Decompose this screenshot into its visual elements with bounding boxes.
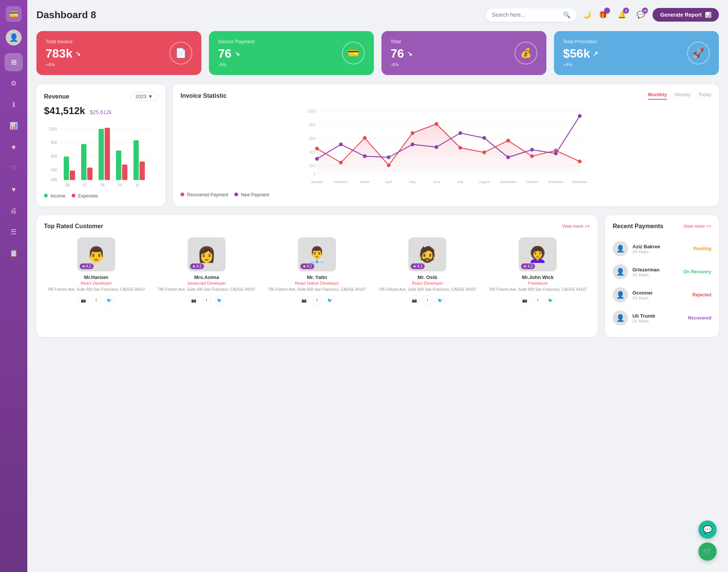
svg-text:July: July (457, 180, 464, 184)
svg-text:April: April (385, 180, 392, 184)
customer-socials-3: 📷 f 🐦 (410, 295, 445, 305)
sidebar-item-star[interactable]: ★ (5, 138, 23, 156)
search-bar[interactable]: 🔍 (486, 8, 577, 22)
revenue-main-amount: $41,512k (44, 105, 85, 116)
invoice-line-chart: 1000 800 600 400 200 0 (180, 103, 711, 188)
bar-chart-legend: Income Expenses (44, 193, 158, 199)
rating-badge-1: ★ 4.2 (190, 263, 204, 269)
recovered-dot-1 (339, 161, 343, 165)
fab-support[interactable]: 💬 (698, 520, 717, 539)
svg-text:May: May (409, 180, 416, 184)
chat-icon-btn[interactable]: 💬 12 (634, 8, 648, 22)
tab-weekly[interactable]: Weekly (675, 92, 690, 100)
instagram-icon-3[interactable]: 📷 (410, 295, 419, 305)
recovered-legend: Recovered Payment (180, 192, 228, 197)
new-payment-dot-11 (578, 114, 582, 118)
new-payment-dot-1 (339, 143, 343, 146)
customer-photo-1: 👩 ★ 4.2 (188, 237, 226, 271)
customer-addr-4: 795 Folsom Ave, Suite 600 San Francisco,… (489, 287, 587, 292)
expenses-legend-dot (72, 194, 75, 197)
instagram-icon-0[interactable]: 📷 (78, 295, 88, 305)
customer-card-2: 👨‍💼 ★ 4.2 Mr. Yatin React Native Develop… (265, 237, 369, 305)
tab-monthly[interactable]: Monthly (648, 92, 667, 100)
payment-avatar-2: 👤 (613, 287, 628, 302)
expenses-legend-label: Expenses (78, 193, 98, 199)
stat-card-trend-3: +4% (563, 62, 687, 67)
payments-view-more[interactable]: View more >> (683, 224, 711, 229)
svg-text:December: December (572, 180, 588, 184)
svg-rect-12 (81, 144, 86, 180)
sidebar-item-heart-filled[interactable]: ♥ (5, 180, 23, 199)
customer-card-4: 👩‍🦱 ★ 4.2 Mr.John Wick Freelancer 795 Fo… (486, 237, 590, 305)
twitter-icon-1[interactable]: 🐦 (215, 295, 224, 305)
facebook-icon-3[interactable]: f (422, 295, 432, 305)
twitter-icon-0[interactable]: 🐦 (104, 295, 114, 305)
customers-title: Top Rated Customer (44, 223, 103, 230)
customer-socials-4: 📷 f 🐦 (520, 295, 555, 305)
search-input[interactable] (492, 12, 560, 18)
bell-icon-btn[interactable]: 🔔 2 (615, 8, 629, 22)
svg-rect-16 (116, 150, 121, 180)
moon-icon[interactable]: 🌙 (583, 11, 591, 19)
stat-card-left-3: Total Promotion $56k ↗ +4% (563, 39, 687, 67)
recovered-dot-4 (411, 131, 414, 135)
new-payment-legend-dot (234, 193, 238, 196)
customer-name-1: Mrs.Asima (194, 274, 219, 280)
generate-report-button[interactable]: Generate Report 📊 (653, 8, 719, 22)
customers-header: Top Rated Customer View more >> (44, 223, 590, 230)
customer-photo-2: 👨‍💼 ★ 4.2 (298, 237, 336, 271)
revenue-bar-chart: 1000 800 600 400 200 (44, 121, 158, 190)
income-legend-dot (44, 194, 48, 197)
sidebar-item-settings[interactable]: ⚙ (5, 74, 23, 92)
sidebar-item-print[interactable]: 🖨 (5, 202, 23, 220)
recovered-dot-5 (435, 122, 438, 126)
customer-socials-2: 📷 f 🐦 (299, 295, 335, 305)
customer-socials-0: 📷 f 🐦 (78, 295, 114, 305)
facebook-icon-4[interactable]: f (533, 295, 543, 305)
stat-card-left-2: Total 76 ↘ -4% (391, 39, 515, 67)
sidebar-item-analytics[interactable]: 📊 (5, 117, 23, 135)
svg-text:August: August (479, 180, 490, 184)
sidebar-item-info[interactable]: ℹ (5, 96, 23, 114)
sidebar-item-menu[interactable]: ☰ (5, 223, 23, 241)
sidebar-item-dashboard[interactable]: ⊞ (5, 53, 23, 71)
twitter-icon-4[interactable]: 🐦 (546, 295, 555, 305)
instagram-icon-2[interactable]: 📷 (299, 295, 309, 305)
sidebar-item-heart-outline[interactable]: ♡ (5, 159, 23, 177)
payment-avatar-3: 👤 (613, 310, 628, 326)
customer-role-0: React Developer (81, 281, 112, 285)
fab-cart[interactable]: 🛒 (698, 542, 717, 561)
page-title: Dashboard 8 (36, 9, 480, 21)
gift-icon-btn[interactable]: 🎁 (596, 8, 610, 22)
svg-text:November: November (548, 180, 564, 184)
facebook-icon-2[interactable]: f (312, 295, 322, 305)
svg-text:0: 0 (313, 172, 315, 176)
customer-socials-1: 📷 f 🐦 (189, 295, 224, 305)
instagram-icon-4[interactable]: 📷 (520, 295, 530, 305)
main-content: Dashboard 8 🔍 🌙 🎁 🔔 2 💬 12 Generate Repo… (27, 0, 728, 572)
sidebar-item-doc[interactable]: 📋 (5, 244, 23, 262)
bar-chart-svg: 1000 800 600 400 200 (44, 121, 158, 190)
svg-rect-10 (64, 157, 69, 180)
svg-text:08: 08 (100, 183, 105, 187)
expenses-legend: Expenses (72, 193, 98, 199)
facebook-icon-0[interactable]: f (91, 295, 101, 305)
sidebar-logo[interactable]: 💳 (6, 6, 22, 22)
recovered-dot-6 (458, 146, 462, 150)
cart-icon: 🛒 (703, 547, 712, 556)
stat-card-trend-2: -4% (391, 62, 515, 67)
instagram-icon-1[interactable]: 📷 (189, 295, 199, 305)
invoice-chart-card: Invoice Statistic Monthly Weekly Today 1… (173, 84, 719, 206)
bottom-row: Top Rated Customer View more >> 👨 ★ 4.2 … (36, 215, 719, 337)
sidebar-avatar[interactable]: 👤 (6, 30, 22, 45)
tab-today[interactable]: Today (698, 92, 711, 100)
stat-card-trend-1: -4% (218, 62, 342, 67)
rating-badge-3: ★ 4.2 (411, 263, 425, 269)
twitter-icon-3[interactable]: 🐦 (435, 295, 445, 305)
twitter-icon-2[interactable]: 🐦 (325, 295, 335, 305)
customers-view-more[interactable]: View more >> (562, 224, 590, 229)
year-select[interactable]: 2023 ▼ (130, 92, 158, 101)
svg-text:200: 200 (51, 178, 57, 182)
facebook-icon-1[interactable]: f (202, 295, 212, 305)
payment-info-0: Aziz Bakree 24 Years (632, 244, 689, 254)
